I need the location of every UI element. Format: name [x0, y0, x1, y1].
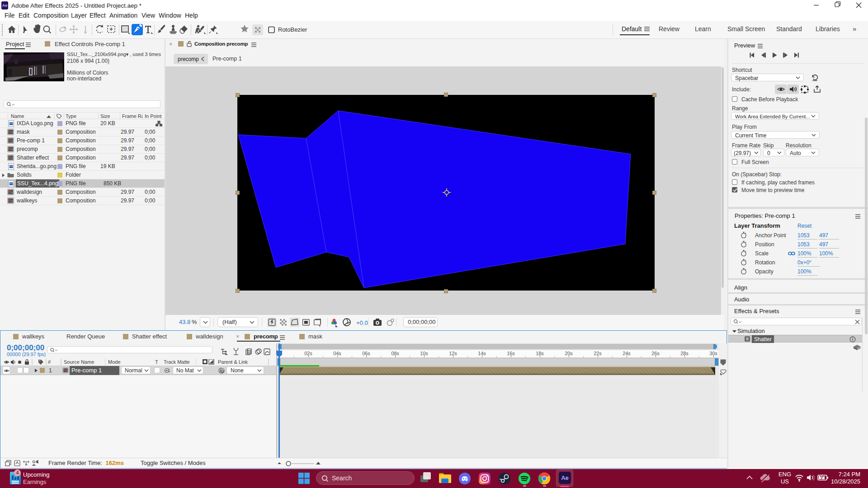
- svg-text:+0.0: +0.0: [356, 319, 368, 326]
- svg-text:RotoBezier: RotoBezier: [278, 26, 307, 33]
